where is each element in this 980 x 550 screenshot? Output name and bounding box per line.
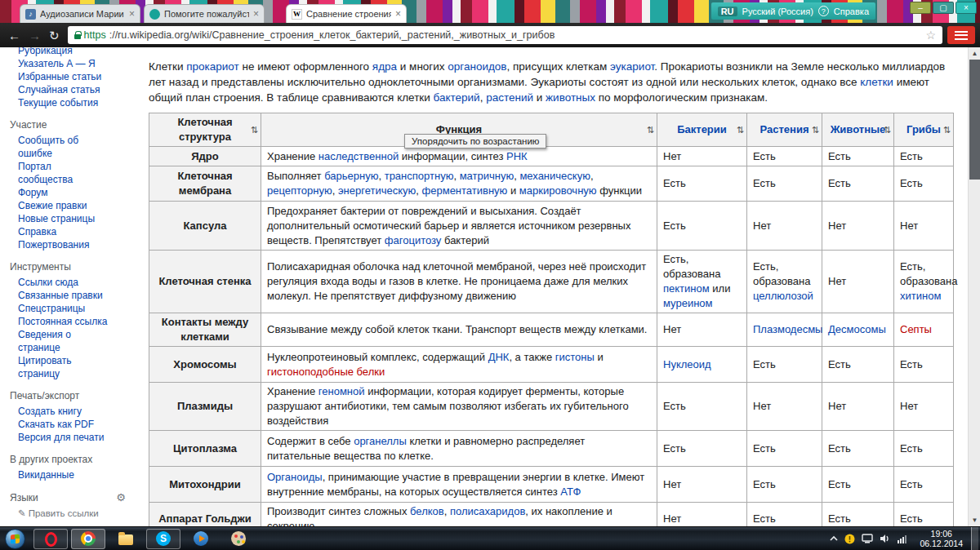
sidebar-link[interactable]: Форум (10, 186, 108, 199)
wiki-link[interactable]: растений (486, 91, 533, 104)
column-header-plants[interactable]: Растения⇅ (747, 113, 822, 147)
scrollbar-down-arrow[interactable]: ▼ (969, 514, 980, 526)
column-label[interactable]: Бактерии (677, 123, 727, 135)
wiki-link[interactable]: транспортную (385, 170, 454, 182)
sidebar-link[interactable]: Избранные статьи (10, 70, 108, 83)
wiki-link[interactable]: полисахаридов (450, 505, 525, 517)
sidebar-link[interactable]: Портал сообщества (10, 160, 108, 186)
bookmark-star-icon[interactable]: ☆ (925, 29, 936, 42)
chevron-up-icon[interactable] (830, 535, 838, 542)
wiki-link[interactable]: Нуклеоид (663, 358, 711, 370)
wiki-link[interactable]: рецепторную (267, 184, 332, 197)
sidebar-link[interactable]: Свежие правки (10, 199, 108, 212)
show-desktop-button[interactable] (971, 527, 978, 550)
start-button[interactable] (5, 529, 25, 549)
wiki-link[interactable]: матричную (460, 170, 514, 182)
wiki-link[interactable]: Плазмодесмы (753, 323, 822, 335)
sidebar-link[interactable]: Рубрикация (10, 47, 108, 57)
wiki-link[interactable]: муреином (663, 297, 713, 309)
address-bar[interactable]: https ://ru.wikipedia.org/wiki/Сравнение… (68, 26, 942, 44)
wiki-link[interactable]: ДНК (488, 351, 510, 363)
wiki-link[interactable]: бактерий (434, 91, 480, 104)
sidebar-link[interactable]: Викиданные (10, 468, 108, 481)
wiki-link[interactable]: механическую (519, 170, 590, 182)
scrollbar-thumb[interactable] (969, 60, 980, 180)
wiki-link[interactable]: органоидов (448, 60, 506, 73)
wiki-link[interactable]: маркировочную (519, 184, 597, 197)
tab-close-icon[interactable]: × (395, 10, 401, 18)
close-button[interactable]: × (956, 2, 977, 14)
wiki-link[interactable]: органеллы (354, 435, 407, 447)
paint-taskbar-button[interactable] (221, 529, 256, 549)
column-header-animals[interactable]: Животные⇅ (822, 113, 894, 147)
language-code-badge[interactable]: RU (718, 7, 737, 16)
warning-icon[interactable] (844, 534, 855, 544)
sidebar-link[interactable]: Версия для печати (10, 431, 108, 444)
scrollbar-up-arrow[interactable]: ▲ (969, 47, 980, 60)
sidebar-link[interactable]: Создать книгу (10, 405, 108, 418)
forward-button[interactable]: → (29, 29, 41, 42)
column-header-fungi[interactable]: Грибы⇅ (894, 113, 954, 147)
wiki-link[interactable]: РНК (506, 150, 528, 162)
wiki-link[interactable]: эукариот (610, 60, 654, 73)
sidebar-link[interactable]: Справка (10, 225, 108, 238)
sidebar-link[interactable]: Текущие события (10, 96, 108, 109)
wiki-link[interactable]: Септы (900, 323, 932, 335)
help-label[interactable]: Справка (834, 7, 869, 16)
wiki-link[interactable]: ядра (372, 60, 397, 73)
sidebar-link[interactable]: Новые страницы (10, 212, 108, 225)
sidebar-link[interactable]: Постоянная ссылка (10, 315, 108, 328)
sidebar-link[interactable]: Ссылки сюда (10, 276, 108, 289)
sidebar-link[interactable]: Случайная статья (10, 83, 108, 96)
sidebar-link[interactable]: Связанные правки (10, 289, 108, 302)
wiki-link[interactable]: гистоноподобные белки (267, 366, 385, 378)
chrome-taskbar-button[interactable] (71, 529, 105, 549)
sidebar-link[interactable]: Сведения о странице (10, 328, 108, 354)
wiki-link[interactable]: хитином (900, 290, 941, 302)
browser-tab[interactable]: ♪Аудиозаписи Марии Пуг× (20, 4, 140, 23)
scrollbar[interactable]: ▲ ▼ (968, 47, 980, 526)
volume-icon[interactable] (880, 534, 890, 543)
display-icon[interactable] (862, 534, 873, 543)
sidebar-link[interactable]: Цитировать страницу (10, 354, 108, 380)
sidebar-link[interactable]: Пожертвования (10, 238, 108, 251)
wiki-link[interactable]: целлюлозой (753, 290, 813, 302)
sidebar-link[interactable]: ✎Править ссылки (10, 507, 108, 520)
wiki-link[interactable]: геномной (318, 385, 365, 397)
column-label[interactable]: Животные (831, 123, 886, 135)
minimize-button[interactable]: – (910, 2, 931, 14)
wiki-link[interactable]: пектином (663, 282, 710, 295)
sidebar-link[interactable]: Указатель А — Я (10, 57, 108, 70)
browser-tab[interactable]: WСравнение строения кле× (286, 4, 407, 23)
wiki-link[interactable]: АТФ (560, 486, 581, 498)
sidebar-link[interactable]: Сообщить об ошибке (10, 134, 108, 160)
help-icon[interactable]: ? (818, 6, 829, 16)
wiki-link[interactable]: гистоны (555, 351, 595, 363)
wiki-link[interactable]: наследственной (318, 150, 399, 162)
wiki-link[interactable]: белков (410, 505, 444, 517)
media-player-taskbar-button[interactable] (184, 529, 218, 549)
wiki-link[interactable]: барьерную (324, 170, 378, 182)
wiki-link[interactable]: фагоцитозу (385, 234, 442, 246)
back-button[interactable]: ← (8, 29, 20, 42)
browser-menu-button[interactable] (947, 26, 975, 44)
column-label[interactable]: Растения (760, 123, 809, 135)
reload-button[interactable]: ↻ (49, 29, 60, 42)
wiki-link[interactable]: энергетическую (338, 184, 416, 197)
language-bar[interactable]: RU Русский (Россия) ? Справка (711, 2, 875, 20)
skype-taskbar-button[interactable] (146, 529, 180, 549)
wiki-link[interactable]: животных (546, 91, 595, 104)
wiki-link[interactable]: Десмосомы (828, 323, 886, 335)
wiki-link[interactable]: Органоиды (267, 471, 323, 483)
explorer-taskbar-button[interactable] (109, 529, 143, 549)
browser-tab[interactable]: Помогите пожалуйста с× (144, 4, 265, 23)
column-header-structure[interactable]: Клеточная структура⇅ (149, 113, 261, 147)
sidebar-link[interactable]: Скачать как PDF (10, 418, 108, 431)
wiki-link[interactable]: клетки (860, 76, 893, 88)
sidebar-link[interactable]: Спецстраницы (10, 302, 108, 315)
column-header-bacteria[interactable]: Бактерии⇅ (657, 113, 747, 147)
gear-icon[interactable]: ⚙ (116, 491, 126, 503)
wiki-link[interactable]: прокариот (186, 60, 238, 73)
maximize-button[interactable]: ▢ (933, 2, 954, 14)
network-icon[interactable] (897, 534, 908, 543)
